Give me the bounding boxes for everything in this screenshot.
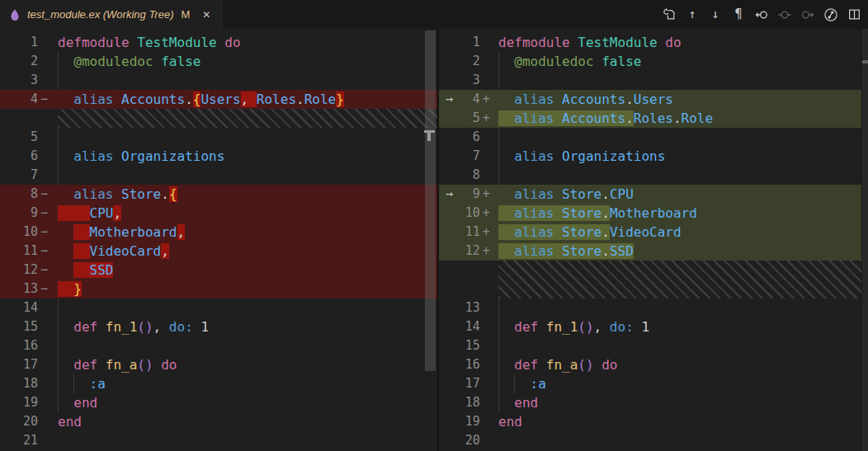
code-text[interactable] [58,431,437,450]
code-line[interactable]: 17 :a [439,374,862,393]
code-text[interactable]: alias Accounts.{Users, Roles.Role} [58,90,437,109]
code-line[interactable]: 16 def fn_a() do [439,355,862,374]
diff-filler-row[interactable] [439,261,862,298]
code-line[interactable]: →9+ alias Store.CPU [439,185,862,204]
code-line[interactable]: 14 def fn_1(), do: 1 [439,317,862,336]
code-token: false [161,54,200,69]
code-line[interactable]: 9− CPU, [0,204,437,223]
code-text[interactable]: alias Accounts.Users [498,90,862,109]
code-line[interactable]: 13− } [0,280,437,298]
code-line[interactable]: 13 [439,298,862,317]
code-line[interactable]: 10+ alias Store.Motherboard [439,204,862,223]
code-text[interactable]: } [58,280,437,298]
code-line[interactable]: 20 [439,431,862,450]
apply-block-right-icon[interactable] [800,7,815,22]
revert-file-icon[interactable] [662,7,677,22]
code-text[interactable]: SSD [58,261,437,280]
previous-change-icon[interactable]: ↑ [685,7,700,22]
code-text[interactable]: def fn_a() do [498,355,862,374]
commit-graph-icon[interactable] [823,7,838,22]
code-text[interactable]: end [498,412,862,431]
code-text[interactable]: alias Store.CPU [498,185,862,204]
toggle-whitespace-icon[interactable]: ¶ [731,7,746,22]
code-text[interactable]: def fn_a() do [58,355,437,374]
code-text[interactable] [58,336,437,355]
code-text[interactable]: alias Organizations [58,147,437,166]
code-line[interactable]: 11− VideoCard, [0,242,437,261]
code-text[interactable]: end [58,393,437,412]
code-line[interactable]: 17 def fn_a() do [0,355,437,374]
code-text[interactable]: VideoCard, [58,242,437,261]
close-icon[interactable]: ✕ [200,7,212,22]
change-circle-icon[interactable] [777,7,792,22]
code-line[interactable]: 16 [0,336,437,355]
code-line[interactable]: 15 [439,336,862,355]
next-change-icon[interactable]: ↓ [708,7,723,22]
code-text[interactable]: @moduledoc false [498,52,862,71]
code-text[interactable]: def fn_1(), do: 1 [498,317,862,336]
code-text[interactable] [498,336,862,355]
code-line[interactable]: 6 alias Organizations [0,147,437,166]
code-line[interactable]: →4+ alias Accounts.Users [439,90,862,109]
code-text[interactable]: alias Store.SSD [498,242,862,261]
split-editor-icon[interactable] [847,7,861,22]
code-line[interactable]: 14 [0,298,437,317]
code-line[interactable]: 18 end [439,393,862,412]
code-text[interactable]: alias Organizations [498,147,862,166]
code-text[interactable]: end [58,412,437,431]
code-line[interactable]: 19end [439,412,862,431]
code-line[interactable]: 15 def fn_1(), do: 1 [0,317,437,336]
code-text[interactable]: CPU, [58,204,437,223]
left-editor-scrollbar[interactable] [425,31,436,371]
code-text[interactable]: Motherboard, [58,223,437,242]
code-text[interactable]: alias Store.Motherboard [498,204,862,223]
code-line[interactable]: 2 @moduledoc false [0,52,437,71]
code-text[interactable] [58,128,437,147]
tab-test-module[interactable]: test_module.ex (Working Tree) M ✕ [0,0,223,29]
code-line[interactable]: 3 [439,71,862,90]
code-line[interactable]: 5+ alias Accounts.Roles.Role [439,109,862,128]
code-line[interactable]: 20end [0,412,437,431]
code-line[interactable]: 10− Motherboard, [0,223,437,242]
diff-change-arrow-icon[interactable]: → [439,185,460,204]
code-text[interactable] [498,128,862,147]
code-line[interactable]: 5 [0,128,437,147]
code-text[interactable]: @moduledoc false [58,52,437,71]
code-line[interactable]: 7 alias Organizations [439,147,862,166]
code-text[interactable]: alias Store.VideoCard [498,223,862,242]
code-line[interactable]: 1defmodule TestModule do [0,33,437,52]
code-line[interactable]: 8 [439,166,862,185]
code-line[interactable]: 4− alias Accounts.{Users, Roles.Role} [0,90,437,109]
code-text[interactable] [498,431,862,450]
code-line[interactable]: 12+ alias Store.SSD [439,242,862,261]
code-text[interactable]: alias Store.{ [58,185,437,204]
code-text[interactable]: defmodule TestModule do [498,33,862,52]
code-text[interactable]: defmodule TestModule do [58,33,437,52]
code-text[interactable] [498,71,862,90]
diff-change-arrow-icon[interactable]: → [439,90,460,109]
code-line[interactable]: 21 [0,431,437,450]
diff-filler-row[interactable] [0,109,437,128]
code-line[interactable]: 7 [0,166,437,185]
revert-block-left-icon[interactable] [754,7,769,22]
code-text[interactable] [498,298,862,317]
code-text[interactable]: :a [498,374,862,393]
code-text[interactable]: :a [58,374,437,393]
code-text[interactable]: alias Accounts.Roles.Role [498,109,862,128]
code-text[interactable] [498,166,862,185]
code-text[interactable]: end [498,393,862,412]
code-line[interactable]: 8− alias Store.{ [0,185,437,204]
code-text[interactable] [58,166,437,185]
code-text[interactable]: def fn_1(), do: 1 [58,317,437,336]
code-line[interactable]: 3 [0,71,437,90]
code-text[interactable] [58,298,437,317]
code-line[interactable]: 19 end [0,393,437,412]
overview-ruler[interactable] [861,29,868,451]
code-line[interactable]: 2 @moduledoc false [439,52,862,71]
code-text[interactable] [58,71,437,90]
code-line[interactable]: 12− SSD [0,261,437,280]
code-line[interactable]: 6 [439,128,862,147]
code-line[interactable]: 11+ alias Store.VideoCard [439,223,862,242]
code-line[interactable]: 1defmodule TestModule do [439,33,862,52]
code-line[interactable]: 18 :a [0,374,437,393]
